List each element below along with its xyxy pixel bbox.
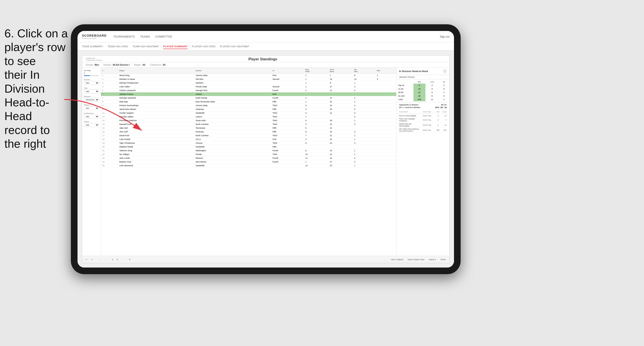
h2h-opponents-pct: 98.1% <box>441 104 447 106</box>
h2h-table-row: >100 578 11 1 <box>396 98 449 101</box>
year-select[interactable]: (All) <box>84 90 99 93</box>
sign-out-button[interactable]: Sign out <box>440 35 450 38</box>
cell-reg: 1 <box>304 77 328 81</box>
update-time-value: 27/03/2024 16:56:26 <box>86 59 102 61</box>
h2h-loss-val: 11 <box>426 98 439 101</box>
cell-yr: Fourth <box>271 149 304 153</box>
table-row[interactable]: 3 Michael Thorbjornsen Stanford 1 8 1 <box>101 81 396 85</box>
view-original-button[interactable]: View: Original <box>390 258 404 261</box>
cell-rds <box>353 92 376 96</box>
cell-conf: 27 <box>328 85 353 89</box>
logo-text: SCOREBOARD <box>82 34 106 37</box>
h2h-wlt-record: 674 - 33 - 12 <box>436 106 447 109</box>
cell-reg: 2 <box>304 89 328 92</box>
cell-school: Kentucky <box>194 130 271 134</box>
cell-win <box>376 89 396 92</box>
h2h-tie-val: 1 <box>439 91 449 94</box>
table-row[interactable]: 4 Luke Claton Florida State Second 1 27 … <box>101 85 396 89</box>
tournament-row[interactable]: Amer Ari Intercollegiate Stroke Play 4 -… <box>399 114 447 117</box>
cell-school: Tennessee <box>194 126 271 130</box>
cell-reg: 1 <box>304 81 328 85</box>
copy-button[interactable]: ⎘ <box>111 258 114 261</box>
cell-school: Missouri <box>194 156 271 160</box>
h2h-range: >100 <box>396 98 414 101</box>
subnav-team-h2h-grid[interactable]: TEAM H2H GRID <box>108 44 128 49</box>
h2h-table-header: Win Loss Tie <box>396 80 449 84</box>
refresh-button[interactable]: ↻ <box>128 258 132 261</box>
watch-button[interactable]: Watch ▾ <box>428 258 437 261</box>
subnav-team-summary[interactable]: TEAM SUMMARY <box>82 44 103 49</box>
cell-school: Arizona State <box>194 74 271 77</box>
cell-yr: Fourth <box>271 89 304 92</box>
share-button[interactable]: Share <box>440 258 447 261</box>
nav-teams[interactable]: TEAMS <box>140 34 150 39</box>
cell-school: North Florida <box>194 96 271 100</box>
col-rank: # <box>101 68 118 74</box>
subnav-player-h2h-heatmap[interactable]: PLAYER H2H HEATMAP <box>220 44 249 49</box>
tournament-row[interactable]: Fallon Oak Collegiate Invitational Strok… <box>399 117 447 123</box>
tourn-pos: Win <box>436 129 440 131</box>
cell-reg <box>304 92 328 96</box>
arrow-pointer <box>53 95 186 146</box>
table-row[interactable]: 21 Taehoon Song Washington Fourth 6 23 1 <box>101 149 396 153</box>
cell-rank: 3 <box>101 81 118 85</box>
cell-player: Ian Gilligan <box>118 153 194 156</box>
cell-conf: 8 <box>328 81 353 85</box>
table-row[interactable]: 25 Cole Sherwood Vanderbilt 12 23 1 <box>101 164 396 168</box>
table-row[interactable]: 5 Christo Lamprecht Georgia Tech Fourth … <box>101 89 396 92</box>
table-row[interactable]: 23 Jack Lundin Missouri Fourth 11 24 0 <box>101 156 396 160</box>
cell-rds: 1 <box>353 81 376 85</box>
back-button[interactable]: ← <box>98 258 102 261</box>
cell-reg: 12 <box>304 164 328 168</box>
rds-slider[interactable] <box>84 75 99 76</box>
filter-group-gender: Gender Men <box>84 79 99 85</box>
cell-win <box>376 104 396 107</box>
tournament-row[interactable]: Mirabel Maui Jim Intercollegiate Stroke … <box>399 123 447 128</box>
cell-yr: Fifth <box>271 107 304 111</box>
cell-yr: First <box>271 74 304 77</box>
cell-rds: 1 <box>353 119 376 123</box>
h2h-col-tie: Tie <box>439 80 449 84</box>
save-custom-view-button[interactable]: Save Custom View <box>406 258 425 261</box>
paste-button[interactable]: ⎗ <box>116 258 119 261</box>
cell-school: East Tennessee State <box>194 100 271 104</box>
cell-yr: First <box>271 138 304 141</box>
redo-button[interactable]: ↪ <box>90 258 94 261</box>
h2h-tie-val: 5 <box>439 87 449 91</box>
forward-button[interactable]: → <box>103 258 107 261</box>
h2h-player-name: Jackson Koivun <box>396 75 449 79</box>
cell-conf: 23 <box>328 141 353 145</box>
table-row[interactable]: 2 Michael La Sasse Ole Miss Second 1 19 … <box>101 77 396 81</box>
cell-rds: 2 <box>353 160 376 164</box>
tournament-row[interactable]: SEC Match Play hosted by Jerry Pate Roun… <box>399 128 447 133</box>
filter-gender: Gender: Men <box>86 64 99 66</box>
gender-select[interactable]: Men <box>84 81 99 85</box>
nav-tournaments[interactable]: TOURNAMENTS <box>113 34 135 39</box>
cell-school: Arizona <box>194 141 271 145</box>
tournament-col-headers: Tournament Event Type Pos Score <box>396 110 449 113</box>
cell-rank: 4 <box>101 85 118 89</box>
subnav-team-h2h-heatmap[interactable]: TEAM H2H HEATMAP <box>132 44 159 49</box>
h2h-close-button[interactable]: × <box>443 69 447 73</box>
table-row[interactable]: 22 Ian Gilligan Florida Third 10 24 1 <box>101 153 396 156</box>
h2h-tie-val: 1 <box>439 98 449 101</box>
cell-yr: Third <box>271 115 304 119</box>
nav-committee[interactable]: COMMITTEE <box>155 34 172 39</box>
cell-reg: 4 <box>304 107 328 111</box>
dashboard-panel: Update time: 27/03/2024 16:56:26 Player … <box>82 55 450 263</box>
cell-school: Vanderbilt <box>194 111 271 115</box>
subnav-player-summary[interactable]: PLAYER SUMMARY <box>163 44 188 49</box>
subnav-player-h2h-grid[interactable]: PLAYER H2H GRID <box>192 44 216 49</box>
h2h-col-loss: Loss <box>426 80 439 84</box>
more-button[interactable]: ··· <box>120 258 124 261</box>
cell-win <box>376 149 396 153</box>
cell-rds: 0 <box>353 115 376 119</box>
cell-school: Auburn <box>194 115 271 119</box>
table-row[interactable]: 24 Bastien Amat New Mexico Fourth 1 27 2 <box>101 160 396 164</box>
cell-yr: Third <box>271 141 304 145</box>
cell-conf: 24 <box>328 100 353 104</box>
toolbar: ↩ ↪ | ← → | ⎘ ⎗ ··· | ↻ View: Original S… <box>82 256 449 263</box>
cell-rank: 21 <box>101 149 118 153</box>
table-row[interactable]: 1 Wenyi Ding Arizona State First 1 1 8 1 <box>101 74 396 77</box>
undo-button[interactable]: ↩ <box>85 258 88 261</box>
